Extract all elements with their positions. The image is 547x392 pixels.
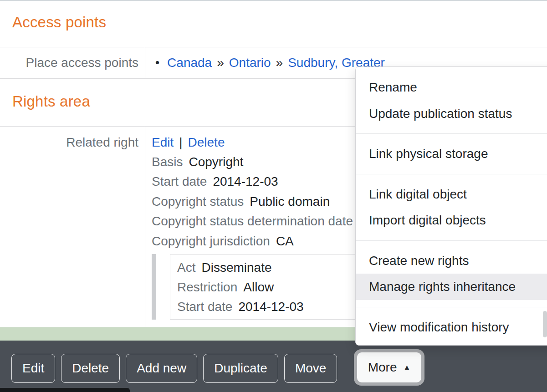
edit-link[interactable]: Edit: [152, 135, 174, 150]
browser-status-bar: [0, 388, 130, 392]
move-button[interactable]: Move: [284, 354, 337, 383]
related-right-value: Edit | Delete Basis Copyright Start date…: [152, 132, 359, 251]
field-value: Disseminate: [201, 260, 271, 275]
footer-button-row: Edit Delete Add new Duplicate Move: [11, 354, 337, 383]
menu-item-manage-rights-inheritance[interactable]: Manage rights inheritance: [356, 274, 547, 300]
caret-up-icon: ▲: [403, 364, 410, 371]
more-button-focus-ring: More ▲: [354, 349, 424, 386]
field-value: 2014-12-03: [213, 174, 278, 189]
bullet-icon: •: [155, 56, 159, 70]
page-top-border: [0, 0, 547, 1]
menu-divider: [356, 240, 547, 241]
delete-button[interactable]: Delete: [61, 354, 120, 383]
field-label: Restriction: [177, 280, 237, 295]
access-points-heading: Access points: [12, 14, 106, 31]
field-label: Copyright jurisdiction: [152, 234, 270, 249]
field-row-copyright-jurisdiction: Copyright jurisdiction CA: [152, 231, 359, 251]
menu-item-rename[interactable]: Rename: [356, 74, 547, 101]
related-right-label: Related right: [0, 132, 138, 152]
table-column-border: [145, 47, 145, 78]
record-view-page: Access points Place access points • Cana…: [0, 0, 547, 392]
menu-item-update-publication-status[interactable]: Update publication status: [356, 101, 547, 127]
breadcrumb-link-canada[interactable]: Canada: [167, 56, 212, 70]
rights-area-heading: Rights area: [12, 93, 90, 110]
menu-item-link-digital-object[interactable]: Link digital object: [356, 181, 547, 208]
field-value: 2014-12-03: [238, 300, 303, 314]
duplicate-button[interactable]: Duplicate: [203, 354, 278, 383]
scrollbar-thumb[interactable]: [543, 311, 547, 337]
table-column-border: [145, 126, 145, 327]
field-label: Copyright status determination date: [152, 214, 353, 229]
breadcrumb-separator: »: [217, 56, 224, 70]
field-value: Allow: [243, 280, 274, 295]
more-button-label: More: [368, 360, 397, 375]
field-row-basis: Basis Copyright: [152, 152, 359, 172]
pipe-separator: |: [179, 135, 182, 150]
field-label: Start date: [152, 174, 207, 189]
breadcrumb-link-ontario[interactable]: Ontario: [229, 56, 271, 70]
place-access-points-label: Place access points: [0, 47, 138, 78]
menu-divider: [356, 307, 547, 307]
more-button[interactable]: More ▲: [357, 352, 421, 382]
menu-item-view-modification-history[interactable]: View modification history: [356, 314, 547, 341]
menu-divider: [356, 174, 547, 174]
field-label: Copyright status: [152, 194, 244, 209]
breadcrumb-separator: »: [276, 56, 283, 70]
field-label: Basis: [152, 155, 183, 169]
field-value: Public domain: [250, 194, 330, 209]
granted-right-accent-bar: [152, 254, 156, 320]
delete-link[interactable]: Delete: [188, 135, 225, 150]
field-label: Start date: [177, 300, 232, 314]
right-action-links: Edit | Delete: [152, 132, 359, 152]
field-row-copyright-status-determination-date: Copyright status determination date: [152, 212, 359, 231]
more-dropdown-menu: Rename Update publication status Link ph…: [355, 66, 547, 346]
menu-item-create-new-rights[interactable]: Create new rights: [356, 248, 547, 274]
field-row-start-date: Start date 2014-12-03: [152, 172, 359, 192]
field-row-copyright-status: Copyright status Public domain: [152, 192, 359, 211]
field-value: CA: [276, 234, 294, 249]
menu-item-link-physical-storage[interactable]: Link physical storage: [356, 141, 547, 167]
menu-item-import-digital-objects[interactable]: Import digital objects: [356, 207, 547, 234]
add-new-button[interactable]: Add new: [126, 354, 197, 383]
edit-button[interactable]: Edit: [11, 354, 55, 383]
field-value: Copyright: [189, 155, 243, 169]
action-footer-bar: Edit Delete Add new Duplicate Move More …: [0, 341, 547, 392]
place-access-points-value: • Canada » Ontario » Sudbury, Greater: [152, 47, 385, 78]
menu-divider: [356, 133, 547, 134]
field-label: Act: [177, 260, 195, 275]
